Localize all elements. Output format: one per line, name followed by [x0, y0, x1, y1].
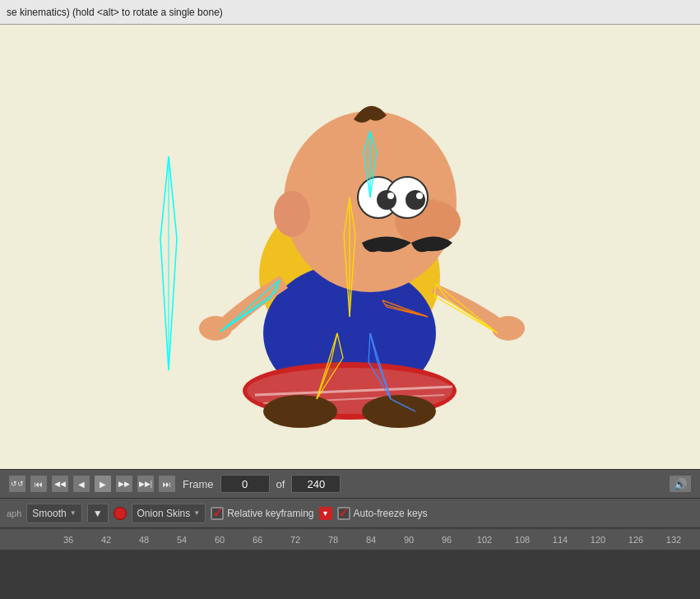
step-forward-btn[interactable]: ▶▶| — [137, 475, 155, 493]
smooth-arrow: ▼ — [70, 509, 76, 517]
timeline-number: 132 — [655, 535, 693, 545]
onion-skins-label: Onion Skins — [137, 508, 191, 519]
timeline-number: 84 — [352, 535, 390, 545]
speaker-btn[interactable]: 🔊 — [669, 475, 692, 493]
svg-point-12 — [377, 190, 396, 210]
relative-keyframing-item[interactable]: ✓ Relative keyframing — [211, 507, 313, 520]
timeline-number: 54 — [163, 535, 201, 545]
svg-line-25 — [436, 284, 498, 333]
timeline-number: 42 — [87, 535, 125, 545]
controls-bar: aph Smooth ▼ ▼ Onion Skins ▼ ✓ Relative … — [0, 499, 700, 528]
play-btn[interactable]: ▶ — [94, 475, 112, 493]
smooth-extra-dropdown[interactable]: ▼ — [87, 504, 109, 523]
auto-freeze-checkbox[interactable]: ✓ — [337, 507, 350, 520]
timeline-number: 126 — [617, 535, 655, 545]
timeline-number: 60 — [201, 535, 239, 545]
svg-point-16 — [274, 191, 310, 237]
timeline-number: 48 — [125, 535, 163, 545]
frame-label: Frame — [183, 478, 214, 490]
go-end-btn[interactable]: ⏭ — [158, 475, 176, 493]
auto-freeze-mark: ▼ — [322, 509, 329, 518]
status-bar: se kinematics) (hold <alt> to rotate a s… — [0, 0, 700, 25]
smooth-label: Smooth — [32, 508, 66, 519]
go-start-btn[interactable]: ⏮ — [30, 475, 48, 493]
timeline-number: 102 — [466, 535, 503, 545]
timeline-number: 90 — [390, 535, 428, 545]
onion-skins-dropdown[interactable]: Onion Skins ▼ — [132, 504, 206, 523]
timeline-number: 96 — [428, 535, 466, 545]
smooth-dropdown[interactable]: Smooth ▼ — [26, 504, 81, 523]
svg-point-17 — [199, 316, 232, 341]
auto-freeze-label: Auto-freeze keys — [354, 508, 428, 519]
auto-freeze-indicator: ▼ — [319, 507, 332, 520]
character-svg — [173, 70, 526, 432]
timeline-number: 108 — [503, 535, 541, 545]
svg-point-20 — [362, 395, 436, 428]
status-text: se kinematics) (hold <alt> to rotate a s… — [7, 7, 223, 18]
timeline-number: 138 — [693, 535, 700, 545]
loop-btn[interactable]: ↺↺ — [8, 475, 26, 493]
svg-point-18 — [492, 316, 525, 341]
timeline-number: 36 — [49, 535, 87, 545]
svg-point-13 — [406, 190, 425, 210]
timeline-number: 78 — [314, 535, 352, 545]
relative-keyframing-label: Relative keyframing — [227, 508, 313, 519]
timeline-number: 120 — [579, 535, 617, 545]
frame-back-btn[interactable]: ◀ — [72, 475, 90, 493]
step-back-btn[interactable]: ◀◀ — [51, 475, 69, 493]
total-frames-input[interactable] — [291, 475, 341, 493]
svg-point-19 — [263, 395, 337, 428]
timeline-number: 66 — [239, 535, 276, 545]
record-btn[interactable] — [114, 507, 127, 520]
relative-keyframing-checkbox[interactable]: ✓ — [211, 507, 224, 520]
frame-forward-btn[interactable]: ▶▶ — [115, 475, 133, 493]
timeline-ruler: 3642485460667278849096102108114120126132… — [0, 528, 700, 550]
graph-label: aph — [7, 508, 21, 518]
relative-checkmark: ✓ — [212, 505, 223, 521]
smooth-extra-arrow: ▼ — [93, 508, 103, 519]
onion-arrow: ▼ — [193, 509, 200, 517]
svg-point-14 — [387, 193, 394, 199]
transport-bar: ↺↺ ⏮ ◀◀ ◀ ▶ ▶▶ ▶▶| ⏭ Frame of 🔊 — [0, 469, 700, 499]
timeline-number: 72 — [276, 535, 314, 545]
auto-freeze-item[interactable]: ✓ Auto-freeze keys — [337, 507, 428, 520]
auto-freeze-checkmark: ✓ — [338, 505, 349, 521]
svg-point-15 — [416, 193, 423, 199]
canvas-area — [0, 25, 700, 469]
frame-input[interactable] — [220, 475, 270, 493]
of-label: of — [276, 478, 285, 490]
timeline-number: 114 — [541, 535, 579, 545]
